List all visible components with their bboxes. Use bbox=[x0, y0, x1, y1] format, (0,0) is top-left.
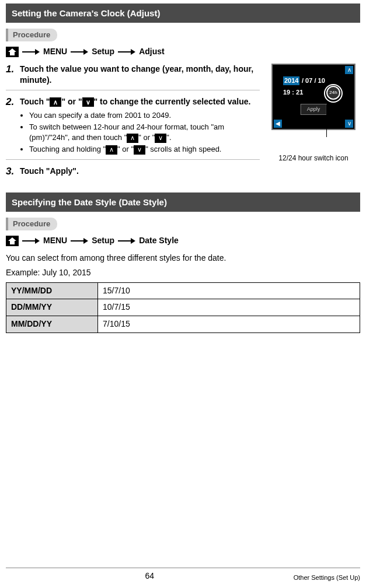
footer-section-label: Other Settings (Set Up) bbox=[294, 573, 360, 582]
step-1: 1. Touch the value you want to change (y… bbox=[6, 64, 260, 90]
screenshot-highlight-circle bbox=[324, 84, 343, 103]
step-2-text-c: " to change the currently selected value… bbox=[94, 97, 251, 106]
step-2-b2-c: ". bbox=[166, 133, 171, 142]
down-arrow-icon: ∨ bbox=[155, 134, 166, 143]
datestyle-example-label: Example: July 10, 2015 bbox=[6, 267, 360, 279]
date-format-label: YY/MM/DD bbox=[6, 282, 98, 299]
procedure-label: Procedure bbox=[6, 29, 57, 41]
arrow-icon bbox=[22, 239, 40, 243]
down-arrow-icon: ∨ bbox=[134, 145, 145, 155]
arrow-icon bbox=[71, 239, 88, 243]
table-row: MM/DD/YY 7/10/15 bbox=[6, 316, 360, 333]
step-2-number: 2. bbox=[6, 95, 14, 109]
date-format-label: MM/DD/YY bbox=[6, 316, 98, 333]
date-style-table: YY/MM/DD 15/7/10 DD/MM/YY 10/7/15 MM/DD/… bbox=[6, 282, 360, 333]
step-2-text-b: " or " bbox=[61, 97, 82, 106]
date-format-value: 15/7/10 bbox=[98, 282, 360, 299]
arrow-icon bbox=[71, 50, 88, 54]
step-2-bullet-2: To switch between 12-hour and 24-hour fo… bbox=[29, 122, 260, 143]
path-setup: Setup bbox=[92, 235, 114, 247]
page-footer: 64 Other Settings (Set Up) bbox=[6, 568, 360, 582]
step-1-title: Touch the value you want to change (year… bbox=[20, 64, 253, 85]
step-1-number: 1. bbox=[6, 62, 14, 76]
section-heading-adjust: Setting the Camera's Clock (Adjust) bbox=[6, 4, 360, 23]
step-2-b3-a: Touching and holding " bbox=[29, 145, 106, 153]
table-row: DD/MM/YY 10/7/15 bbox=[6, 299, 360, 316]
screenshot-apply-button: Apply bbox=[301, 104, 327, 115]
screenshot-date: / 07 / 10 bbox=[302, 76, 325, 85]
step-2-b3-c: " scrolls at high speed. bbox=[145, 145, 221, 153]
step-2: 2. Touch "∧" or "∨" to change the curren… bbox=[6, 96, 260, 160]
step-2-b3-b: " or " bbox=[117, 145, 134, 153]
down-arrow-icon: ∨ bbox=[82, 97, 94, 107]
datestyle-description: You can select from among three differen… bbox=[6, 253, 360, 264]
path-setup: Setup bbox=[92, 46, 114, 58]
date-format-label: DD/MM/YY bbox=[6, 299, 98, 316]
date-format-value: 10/7/15 bbox=[98, 299, 360, 316]
arrow-icon bbox=[118, 239, 135, 243]
date-format-value: 7/10/15 bbox=[98, 316, 360, 333]
home-icon bbox=[6, 47, 19, 57]
table-row: YY/MM/DD 15/7/10 bbox=[6, 282, 360, 299]
menu-path-adjust: MENU Setup Adjust bbox=[6, 46, 360, 58]
path-adjust: Adjust bbox=[139, 46, 165, 58]
screenshot-time: 19 : 21 bbox=[283, 88, 303, 97]
up-arrow-icon: ∧ bbox=[50, 97, 61, 107]
step-2-bullet-1: You can specify a date from 2001 to 2049… bbox=[29, 110, 260, 121]
example-screenshot-column: ∧ ∨ ◀ 2014 / 07 / 10 19 : 21 24h Apply 1… bbox=[267, 64, 360, 163]
arrow-icon bbox=[118, 50, 135, 54]
path-menu: MENU bbox=[43, 46, 67, 58]
menu-path-datestyle: MENU Setup Date Style bbox=[6, 235, 360, 247]
home-icon bbox=[6, 236, 19, 246]
screenshot-caption: 12/24 hour switch icon bbox=[267, 153, 360, 163]
up-arrow-icon: ∧ bbox=[106, 145, 117, 155]
step-3-number: 3. bbox=[6, 164, 14, 178]
up-arrow-icon: ∧ bbox=[127, 134, 138, 143]
step-2-text-a: Touch " bbox=[20, 97, 50, 106]
screenshot-up-arrow-icon: ∧ bbox=[345, 66, 353, 74]
procedure-label: Procedure bbox=[6, 218, 57, 230]
path-menu: MENU bbox=[43, 235, 67, 247]
screenshot-year: 2014 bbox=[283, 76, 299, 85]
step-2-bullet-3: Touching and holding "∧" or "∨" scrolls … bbox=[29, 144, 260, 155]
path-datestyle: Date Style bbox=[139, 235, 179, 247]
clock-screenshot: ∧ ∨ ◀ 2014 / 07 / 10 19 : 21 24h Apply bbox=[271, 64, 355, 130]
step-3-title: Touch "Apply". bbox=[20, 166, 79, 176]
section-heading-datestyle: Specifying the Date Style (Date Style) bbox=[6, 192, 360, 212]
page-number: 64 bbox=[6, 570, 294, 582]
step-2-title: Touch "∧" or "∨" to change the currently… bbox=[20, 97, 250, 106]
callout-line bbox=[326, 104, 327, 137]
step-2-b2-b: " or " bbox=[138, 133, 155, 142]
arrow-icon bbox=[22, 50, 40, 54]
screenshot-left-arrow-icon: ◀ bbox=[274, 120, 282, 128]
screenshot-down-arrow-icon: ∨ bbox=[345, 120, 353, 128]
step-3: 3. Touch "Apply". bbox=[6, 166, 260, 181]
